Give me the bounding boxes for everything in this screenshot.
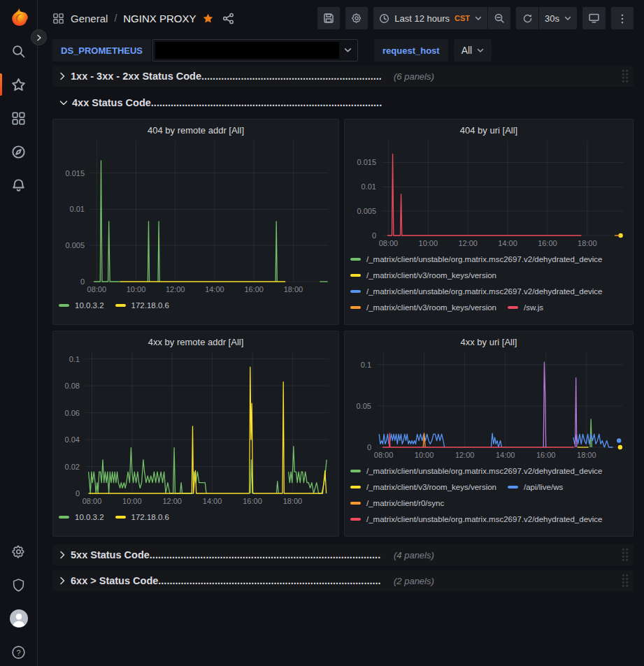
dashboard-settings-button[interactable] [345, 7, 368, 29]
sidebar-item-server-admin[interactable] [0, 577, 38, 593]
legend-swatch [350, 274, 361, 277]
panel-title[interactable]: 4xx by uri [All] [350, 337, 627, 349]
time-series-chart[interactable]: 00.050.108:0010:0012:0014:0016:0018:00 [350, 352, 627, 461]
legend-swatch [350, 470, 361, 472]
legend-item[interactable]: /_matrix/client/unstable/org.matrix.msc2… [350, 467, 603, 475]
datasource-variable-select[interactable] [152, 39, 358, 61]
legend-item[interactable]: 10.0.3.2 [59, 513, 104, 521]
row-drag-handle[interactable] [621, 573, 629, 588]
legend-item[interactable]: 172.18.0.6 [115, 301, 169, 310]
svg-text:0.005: 0.005 [357, 207, 376, 215]
sidebar-item-profile[interactable] [0, 610, 38, 627]
legend-item[interactable]: /_matrix/client/v3/room_keys/version [350, 271, 496, 280]
svg-text:18:00: 18:00 [284, 285, 303, 294]
row-title-dots: ........................................… [151, 97, 382, 108]
breadcrumb-section[interactable]: General [71, 13, 108, 24]
legend-label: /_matrix/client/unstable/org.matrix.msc2… [366, 255, 603, 263]
time-series-chart[interactable]: 00.0050.010.01508:0010:0012:0014:0016:00… [59, 140, 333, 296]
monitor-icon [588, 13, 600, 24]
svg-text:0.1: 0.1 [361, 361, 371, 369]
time-series-chart[interactable]: 00.0050.010.01508:0010:0012:0014:0016:00… [350, 140, 627, 249]
refresh-interval-picker[interactable]: 30s [539, 7, 577, 29]
legend-item[interactable]: /_matrix/client/unstable/org.matrix.msc2… [350, 515, 603, 523]
legend-item[interactable]: /_matrix/client/v3/room_keys/version [350, 303, 496, 312]
cycle-view-mode-button[interactable] [582, 7, 606, 29]
request-host-variable-select[interactable]: All [454, 39, 492, 61]
legend-swatch [115, 304, 126, 307]
datasource-variable-label[interactable]: DS_PROMETHEUS [52, 39, 151, 61]
favorite-star-icon[interactable] [202, 13, 214, 24]
chevron-down-icon [564, 16, 571, 21]
grafana-logo-icon [8, 7, 29, 28]
top-nav: General / NGINX PROXY [38, 0, 644, 36]
chevron-right-icon [36, 34, 43, 41]
legend-item[interactable]: /api/live/ws [508, 483, 563, 491]
dashboard-title[interactable]: NGINX PROXY [123, 13, 196, 24]
help-icon: ? [11, 645, 26, 660]
refresh-icon [522, 13, 533, 24]
row-4xx[interactable]: 4xx Status Code ........................… [54, 92, 543, 113]
legend-item[interactable]: 10.0.3.2 [59, 301, 104, 310]
svg-text:12:00: 12:00 [162, 497, 182, 505]
legend-item[interactable]: /_matrix/client/unstable/org.matrix.msc2… [350, 287, 603, 296]
zoom-out-button[interactable] [488, 7, 510, 29]
sidebar-item-configuration[interactable] [0, 543, 38, 560]
svg-text:0.08: 0.08 [65, 382, 80, 390]
legend-label: /sw.js [524, 303, 543, 312]
legend-swatch [508, 306, 518, 309]
legend-item[interactable]: 172.18.0.6 [115, 513, 169, 521]
row-5xx[interactable]: 5xx Status Code ........................… [52, 544, 634, 565]
panel-title[interactable]: 404 by uri [All] [350, 125, 627, 138]
refresh-group: 30s [516, 7, 577, 29]
row-drag-handle[interactable] [621, 547, 629, 563]
legend-item[interactable]: /_matrix/client/r0/sync [350, 499, 444, 507]
grafana-logo[interactable] [0, 9, 38, 26]
legend-item[interactable]: /sw.js [508, 303, 543, 312]
row-1xx-3xx-2xx[interactable]: 1xx - 3xx - 2xx Status Code ............… [52, 66, 634, 87]
svg-text:16:00: 16:00 [536, 451, 556, 459]
sidebar-item-dashboards[interactable] [0, 110, 38, 126]
legend-row: /_matrix/client/unstable/org.matrix.msc2… [350, 463, 627, 479]
submenu: DS_PROMETHEUS request_host All [52, 39, 492, 61]
legend-label: /_matrix/client/v3/room_keys/version [366, 303, 496, 312]
request-host-value: All [461, 45, 473, 56]
clock-icon [379, 13, 389, 24]
panel-title[interactable]: 4xx by remote addr [All] [59, 337, 333, 349]
refresh-button[interactable] [516, 7, 538, 29]
sidebar-item-search[interactable] [0, 43, 38, 59]
svg-text:12:00: 12:00 [455, 451, 475, 459]
sidebar-item-help[interactable]: ? [0, 644, 38, 660]
legend-row: /_matrix/client/v3/room_keys/version/sw.… [350, 299, 627, 314]
shield-icon [11, 578, 26, 593]
legend-item[interactable]: /_matrix/client/v3/room_keys/version [350, 483, 496, 491]
row-6xx[interactable]: 6xx > Status Code ......................… [52, 570, 634, 591]
panel-404-by-uri: 404 by uri [All] 00.0050.010.01508:0010:… [344, 119, 634, 325]
breadcrumb-separator: / [114, 13, 117, 24]
sidebar-expand-button[interactable] [31, 29, 47, 45]
sidebar-item-explore[interactable] [0, 143, 38, 160]
row-drag-handle[interactable] [621, 68, 629, 84]
sidebar-item-starred[interactable] [0, 76, 38, 93]
sidebar-item-alerting[interactable] [0, 177, 38, 194]
time-series-chart[interactable]: 00.020.040.060.080.108:0010:0012:0014:00… [59, 352, 333, 507]
legend-label: /_matrix/client/r0/sync [366, 499, 444, 507]
sidebar: ? [0, 0, 38, 666]
time-range-picker[interactable]: Last 12 hours CST [373, 7, 487, 29]
request-host-variable-label[interactable]: request_host [374, 39, 448, 61]
legend-swatch [508, 486, 518, 488]
legend-item[interactable]: /_matrix/client/unstable/org.matrix.msc2… [350, 255, 603, 263]
panel-4xx-by-uri: 4xx by uri [All] 00.050.108:0010:0012:00… [344, 331, 634, 537]
bell-icon [11, 178, 26, 193]
chevron-down-icon [344, 48, 352, 53]
panel-title[interactable]: 404 by remote addr [All] [59, 125, 333, 138]
svg-text:14:00: 14:00 [496, 451, 515, 459]
chevron-down-icon [475, 16, 482, 21]
save-dashboard-button[interactable] [317, 7, 340, 29]
legend-label: 172.18.0.6 [131, 513, 169, 521]
legend-row: /_matrix/client/unstable/org.matrix.msc2… [350, 511, 627, 526]
legend-label: /_matrix/client/v3/room_keys/version [366, 483, 496, 491]
legend-swatch [350, 518, 361, 521]
share-icon[interactable] [222, 13, 234, 24]
more-options-button[interactable]: ⋮ [611, 7, 634, 29]
dashboard-toolbar: Last 12 hours CST 30s [317, 7, 634, 29]
